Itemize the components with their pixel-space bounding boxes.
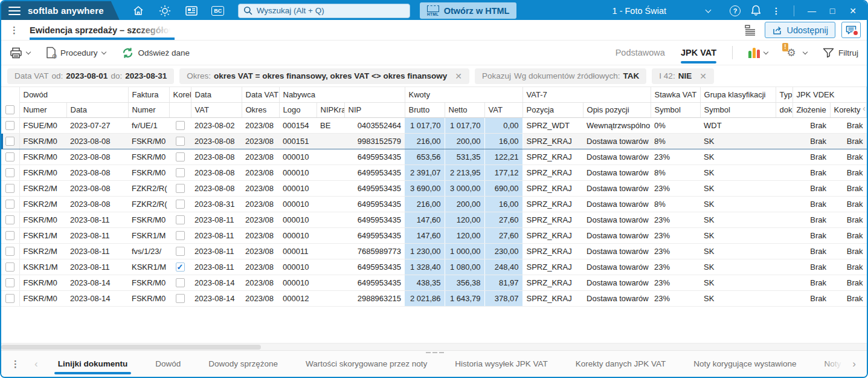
theme-sun-icon[interactable] [157, 3, 173, 19]
view-tab-podstawowa[interactable]: Podstawowa [616, 41, 665, 65]
procedures-button[interactable]: ⚙ Procedury [46, 47, 106, 59]
table-row[interactable]: FSUE/M0 2023-07-27 fv/UE/1 2023-08-02 20… [1, 117, 867, 133]
settings-button[interactable]: ⚙! [783, 47, 807, 59]
col-header-zlozenie[interactable]: Złożenie [792, 102, 830, 117]
korekta-checkbox[interactable] [176, 200, 185, 209]
col-header-grupa-symbol[interactable]: Symbol [700, 102, 776, 117]
bottom-tab-7[interactable]: Noty korygujące wystawione [684, 351, 806, 377]
scrollbar-thumb[interactable] [1, 345, 261, 350]
korekta-checkbox[interactable] [176, 152, 185, 161]
bottom-tab-6[interactable]: Korekty danych JPK VAT [566, 351, 676, 377]
col-header-faktura-numer[interactable]: Numer [128, 102, 169, 117]
table-row[interactable]: FSKR2/M 2023-08-08 FZKR2/R( 2023-08-08 2… [1, 180, 867, 196]
bc-icon[interactable]: BC [210, 3, 226, 19]
row-checkbox[interactable] [5, 247, 14, 256]
hamburger-menu-icon[interactable] [8, 7, 21, 15]
tab-menu-icon[interactable]: ⋮ [10, 25, 19, 34]
remove-filter-icon[interactable]: ✕ [699, 71, 707, 81]
search-input[interactable] [257, 6, 405, 15]
col-group-korekta[interactable]: Korekta [169, 87, 191, 102]
column-scroll-left-icon[interactable]: ‹ [863, 103, 866, 113]
korekta-checkbox[interactable] [176, 231, 185, 240]
filter-chip-okres[interactable]: Okres: okres VAT = okres finansowy, okre… [179, 68, 469, 84]
filter-button[interactable]: Filtruj [823, 48, 858, 58]
col-group-vat7[interactable]: VAT-7 [522, 87, 651, 102]
bottom-tab-8[interactable]: Noty korygu [815, 351, 846, 377]
print-button[interactable] [10, 47, 30, 59]
tabs-scroll-left-icon[interactable]: ‹ [34, 358, 38, 370]
bottom-tab-3[interactable]: Dowody sprzężone [199, 351, 288, 377]
table-row[interactable]: FSKR2/M 2023-08-08 FZKR2/R( 2023-08-31 2… [1, 196, 867, 212]
table-row[interactable]: FSKR2/M 2023-08-11 fvs/1/23/ 2023-08-11 … [1, 243, 867, 259]
bottom-tabs-menu-icon[interactable]: ⋮ [11, 359, 20, 368]
row-checkbox[interactable] [5, 294, 14, 303]
col-group-data-vat[interactable]: Data VAT [242, 87, 279, 102]
bottom-tab-1[interactable]: Linijki dokumentu [48, 351, 138, 377]
col-header-opis-pozycji[interactable]: Opis pozycji [583, 102, 651, 117]
row-checkbox[interactable] [5, 168, 14, 177]
maximize-button[interactable]: □ [823, 3, 841, 19]
col-header-pozycja[interactable]: Pozycja [522, 102, 583, 117]
col-group-grupa-klasyfikacji[interactable]: Grupa klasyfikacji [700, 87, 776, 102]
comments-button[interactable] [841, 22, 861, 38]
help-icon[interactable]: ? [726, 3, 744, 19]
view-tab-jpk-vat[interactable]: JPK VAT [681, 41, 716, 65]
company-selector[interactable]: 1 - Foto Świat [612, 6, 710, 16]
open-in-html-button[interactable]: HTML Otwórz w HTML [420, 2, 517, 19]
notifications-bell-icon[interactable] [747, 3, 765, 19]
col-header-kwoty-vat[interactable]: VAT [484, 102, 522, 117]
bottom-tab-5[interactable]: Historia wysyłek JPK VAT [445, 351, 557, 377]
select-all-checkbox[interactable] [5, 105, 14, 114]
tabs-scroll-right-icon[interactable]: › [852, 358, 856, 370]
row-checkbox[interactable] [5, 152, 14, 161]
share-button[interactable]: Udostępnij [765, 22, 835, 38]
table-row[interactable]: FSKR/M0 2023-08-14 FSKR/M0 2023-08-14 20… [1, 290, 867, 306]
col-group-faktura[interactable]: Faktura [128, 87, 169, 102]
korekta-checkbox[interactable] [176, 247, 185, 256]
korekta-checkbox[interactable] [176, 184, 185, 193]
col-header-brutto[interactable]: Brutto [405, 102, 445, 117]
table-row[interactable]: FSKR/M0 2023-08-08 FSKR/M0 2023-08-08 20… [1, 165, 867, 180]
filter-chip-pokazuj[interactable]: Pokazuj Wg dokumentów źródłowych: TAK [475, 68, 646, 84]
row-checkbox[interactable] [5, 137, 14, 146]
refresh-data-button[interactable]: Odśwież dane [121, 47, 190, 59]
row-checkbox[interactable] [5, 184, 14, 193]
col-group-dowod[interactable]: Dowód [19, 87, 128, 102]
horizontal-scrollbar[interactable] [1, 343, 867, 350]
table-row[interactable]: FSKR/M0 2023-08-11 FSKR/M0 2023-08-11 20… [1, 212, 867, 227]
row-checkbox[interactable] [5, 121, 14, 130]
bottom-tab-2[interactable]: Dowód [146, 351, 190, 377]
close-button[interactable]: ✕ [844, 3, 862, 19]
chart-view-button[interactable] [748, 47, 768, 58]
korekta-checkbox[interactable]: ✓ [176, 262, 185, 272]
col-group-kwoty[interactable]: Kwoty [405, 87, 522, 102]
col-header-netto[interactable]: Netto [445, 102, 484, 117]
col-header-stawka-symbol[interactable]: Symbol [651, 102, 700, 117]
filter-chip-i42[interactable]: I 42: NIE ✕ [652, 68, 714, 84]
col-header-korekty[interactable]: Korekty [830, 102, 866, 117]
col-group-nabywca[interactable]: Nabywca [279, 87, 405, 102]
col-header-vat[interactable]: VAT [191, 102, 242, 117]
col-header-nip[interactable]: NIP [344, 102, 405, 117]
col-header-numer[interactable]: Numer [19, 102, 66, 117]
table-row[interactable]: FSKR/M0 2023-08-08 FSKR/M0 2023-08-08 20… [1, 133, 867, 149]
col-header-nipkraj[interactable]: NIPKraj [317, 102, 344, 117]
remove-filter-icon[interactable]: ✕ [455, 71, 462, 81]
news-icon[interactable] [184, 3, 199, 19]
row-checkbox[interactable] [5, 278, 14, 287]
side-panel-icon[interactable] [742, 22, 759, 38]
global-search[interactable] [238, 4, 410, 18]
row-checkbox[interactable] [5, 262, 14, 272]
table-row[interactable]: FSKR1/M 2023-08-11 FSKR1/M 2023-08-11 20… [1, 227, 867, 243]
bottom-tab-4[interactable]: Wartości skorygowane przez noty [296, 351, 437, 377]
korekta-checkbox[interactable] [176, 294, 185, 303]
col-header-korekta[interactable] [169, 102, 191, 117]
minimize-button[interactable]: — [803, 3, 821, 19]
col-header-okres[interactable]: Okres [242, 102, 279, 117]
col-group-typ[interactable]: Typ [776, 87, 792, 102]
korekta-checkbox[interactable] [176, 137, 185, 146]
home-icon[interactable] [130, 3, 146, 19]
col-header-dok[interactable]: dok [776, 102, 792, 117]
filter-chip-data-vat[interactable]: Data VAT od: 2023-08-01 do: 2023-08-31 [7, 68, 174, 84]
col-group-stawka-vat[interactable]: Stawka VAT [651, 87, 700, 102]
